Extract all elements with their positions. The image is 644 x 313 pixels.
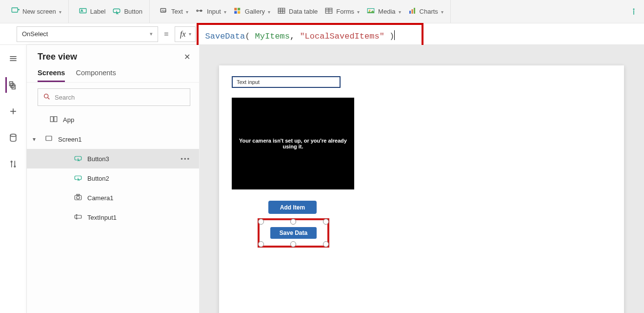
- svg-rect-47: [46, 136, 52, 140]
- canvas-area[interactable]: Text input Your camera isn't set up, or …: [200, 45, 644, 313]
- left-rail: [0, 45, 27, 313]
- fx-icon: fx: [175, 30, 189, 39]
- data-table-button[interactable]: Data table: [275, 4, 320, 19]
- chevron-down-icon: ▾: [189, 31, 195, 37]
- ribbon-toolbar: New screen ▾ Label Button Abc Text ▾ Inp…: [0, 0, 644, 23]
- tree-item-button3[interactable]: Button3 •••: [27, 149, 199, 168]
- forms-dropdown[interactable]: Forms ▾: [322, 4, 362, 19]
- svg-point-38: [10, 134, 16, 137]
- chevron-down-icon: ▾: [186, 9, 188, 15]
- insert-button[interactable]: [5, 104, 21, 119]
- tools-button[interactable]: [5, 156, 21, 172]
- svg-point-24: [369, 10, 370, 11]
- chevron-down-icon: ▾: [268, 9, 270, 15]
- camera-message: Your camera isn't set up, or you're alre…: [238, 138, 348, 149]
- svg-rect-25: [409, 11, 411, 14]
- chevron-down-icon: ▾: [224, 9, 226, 15]
- fx-dropdown[interactable]: fx ▾: [175, 26, 196, 42]
- new-screen-label: New screen: [22, 8, 56, 15]
- text-icon: Abc: [160, 6, 168, 17]
- tree-item-camera1[interactable]: Camera1: [27, 188, 199, 208]
- svg-point-43: [44, 94, 48, 98]
- button-button[interactable]: Button: [110, 4, 144, 19]
- text-input-control[interactable]: Text input: [232, 76, 341, 88]
- text-caret: [394, 30, 395, 40]
- button-label: Button: [124, 8, 142, 15]
- chevron-down-icon: ▾: [59, 9, 61, 15]
- tab-screens[interactable]: Screens: [38, 66, 65, 82]
- svg-rect-10: [234, 8, 237, 10]
- search-placeholder: Search: [55, 94, 75, 101]
- property-name: OnSelect: [22, 30, 48, 38]
- resize-handle-tc[interactable]: [290, 219, 296, 225]
- charts-dropdown[interactable]: Charts ▾: [406, 4, 445, 19]
- svg-rect-26: [411, 9, 413, 14]
- svg-rect-34: [11, 83, 14, 87]
- camera-icon: [74, 193, 82, 203]
- button-icon: [74, 154, 82, 164]
- property-select[interactable]: OnSelect ▾: [17, 26, 158, 42]
- label-icon: [79, 6, 87, 17]
- main-area: Tree view ✕ Screens Components Search Ap…: [0, 45, 644, 313]
- tree-item-screen1[interactable]: ▾ Screen1: [27, 129, 199, 149]
- data-table-icon: [277, 6, 286, 17]
- equals-label: =: [161, 30, 172, 39]
- more-options-button[interactable]: •••: [181, 155, 190, 163]
- resize-handle-br[interactable]: [323, 241, 329, 247]
- close-panel-button[interactable]: ✕: [184, 52, 190, 62]
- resize-handle-bc[interactable]: [290, 241, 296, 247]
- more-button[interactable]: [627, 5, 640, 18]
- resize-handle-tr[interactable]: [323, 219, 329, 225]
- text-dropdown[interactable]: Abc Text ▾: [158, 4, 190, 19]
- button-icon: [112, 6, 121, 17]
- tree-item-app[interactable]: App: [27, 110, 199, 129]
- app-canvas[interactable]: Text input Your camera isn't set up, or …: [219, 65, 624, 313]
- svg-rect-46: [54, 116, 57, 122]
- label-label: Label: [90, 8, 106, 15]
- save-data-selection-highlight: Save Data: [258, 218, 329, 248]
- new-screen-button[interactable]: New screen ▾: [9, 4, 63, 19]
- charts-icon: [408, 6, 417, 17]
- screen-icon: [44, 134, 53, 145]
- tree-panel: Tree view ✕ Screens Components Search Ap…: [27, 45, 200, 313]
- chevron-down-icon: ▾: [441, 9, 443, 15]
- chevron-down-icon: ▾: [33, 136, 40, 143]
- tab-components[interactable]: Components: [76, 66, 116, 82]
- svg-rect-52: [77, 194, 80, 195]
- svg-rect-0: [12, 8, 18, 12]
- chevron-down-icon: ▾: [150, 31, 153, 37]
- input-dropdown[interactable]: Input ▾: [193, 4, 228, 19]
- panel-title: Tree view: [38, 52, 77, 62]
- svg-rect-3: [80, 9, 86, 13]
- forms-icon: [324, 6, 333, 17]
- screen-plus-icon: [11, 6, 20, 17]
- hamburger-button[interactable]: [5, 51, 21, 66]
- svg-text:Abc: Abc: [161, 9, 166, 12]
- gallery-dropdown[interactable]: Gallery ▾: [231, 4, 272, 19]
- svg-rect-12: [234, 11, 237, 14]
- chevron-down-icon: ▾: [357, 9, 360, 15]
- svg-point-39: [11, 161, 12, 163]
- camera-control[interactable]: Your camera isn't set up, or you're alre…: [232, 98, 354, 189]
- tree-view-button[interactable]: [5, 77, 21, 93]
- media-icon: [366, 6, 375, 17]
- add-item-button[interactable]: Add Item: [268, 201, 317, 214]
- tree-item-textinput1[interactable]: TextInput1: [27, 208, 199, 227]
- svg-rect-53: [75, 215, 81, 218]
- media-dropdown[interactable]: Media ▾: [364, 4, 402, 19]
- svg-point-7: [197, 10, 198, 12]
- formula-input[interactable]: SaveData( MyItems, "LocalSavedItems" ): [199, 30, 402, 41]
- data-button[interactable]: [5, 130, 21, 146]
- resize-handle-tl[interactable]: [258, 219, 264, 225]
- search-input[interactable]: Search: [38, 88, 190, 106]
- label-button[interactable]: Label: [77, 4, 108, 19]
- panel-tabs: Screens Components: [27, 66, 199, 83]
- tree-item-button2[interactable]: Button2: [27, 168, 199, 188]
- svg-rect-45: [50, 116, 53, 122]
- search-icon: [43, 93, 51, 102]
- resize-handle-bl[interactable]: [258, 241, 264, 247]
- svg-line-44: [48, 98, 49, 99]
- formula-input-highlight: SaveData( MyItems, "LocalSavedItems" ): [197, 23, 423, 48]
- svg-point-28: [633, 8, 635, 10]
- save-data-button[interactable]: Save Data: [270, 227, 317, 239]
